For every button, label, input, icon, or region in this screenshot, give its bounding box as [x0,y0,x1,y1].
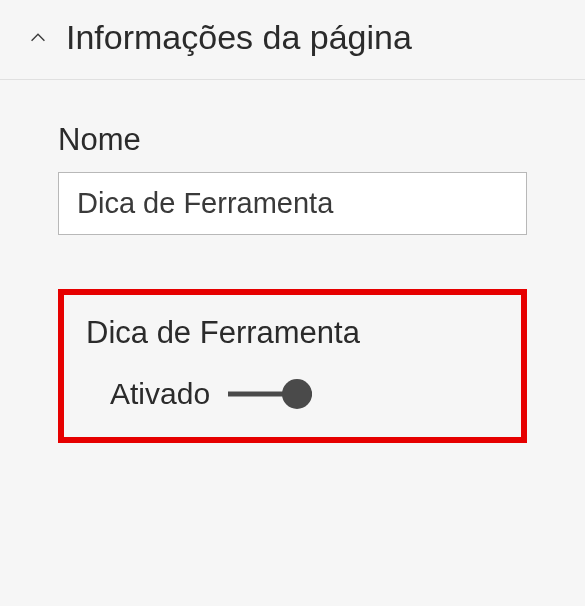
tooltip-toggle[interactable] [228,379,312,409]
name-field-label: Nome [58,122,527,158]
chevron-up-icon [24,24,52,52]
section-body: Nome Dica de Ferramenta Ativado [0,80,585,463]
tooltip-toggle-row: Ativado [86,377,499,411]
section-header[interactable]: Informações da página [0,0,585,80]
tooltip-section-label: Dica de Ferramenta [86,315,499,351]
name-input[interactable] [58,172,527,235]
page-info-panel: Informações da página Nome Dica de Ferra… [0,0,585,463]
section-title: Informações da página [66,18,412,57]
tooltip-toggle-state: Ativado [110,377,210,411]
tooltip-highlight-box: Dica de Ferramenta Ativado [58,289,527,443]
toggle-knob [282,379,312,409]
